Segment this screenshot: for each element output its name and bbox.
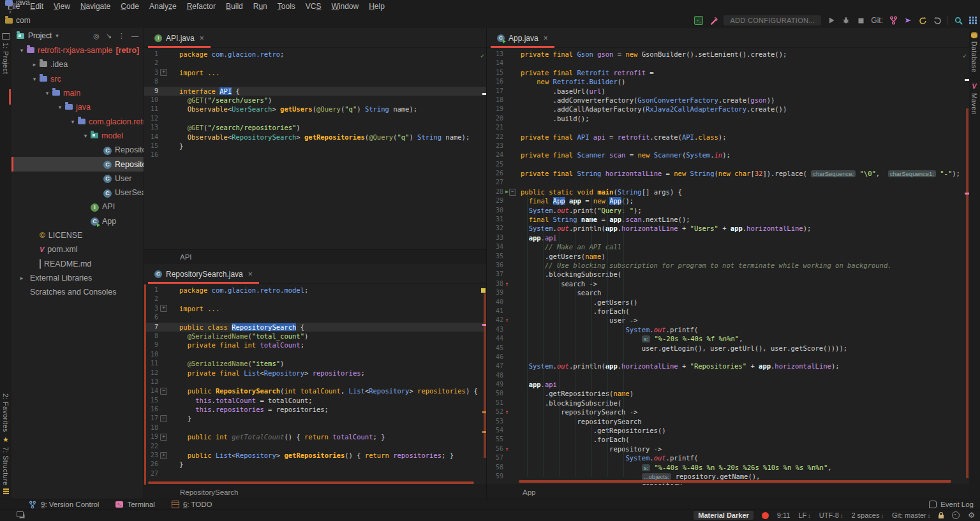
editor-repositorysearch[interactable]: 1package com.glacion.retro.model;23+impo… — [144, 283, 487, 485]
horizontal-scrollbar[interactable] — [519, 480, 951, 483]
encoding-select[interactable]: UTF-8↕ — [819, 511, 843, 519]
tab-close-icon[interactable]: × — [200, 34, 204, 43]
menu-item-vcs[interactable]: VCS — [301, 2, 327, 11]
tool-window-button-versioncontrol[interactable]: 9: Version Control — [28, 500, 99, 509]
lambda-gutter-icon[interactable]: ↑ — [505, 444, 509, 453]
code-line[interactable]: 9 private final int totalCount; — [144, 341, 487, 349]
code-line[interactable]: 17 .baseUrl(url) — [487, 87, 969, 96]
code-line[interactable]: 16 new Retrofit.Builder() — [487, 77, 969, 86]
code-line[interactable]: 3+import ... — [144, 68, 487, 77]
tab-API.java[interactable]: IAPI.java× — [148, 29, 211, 47]
code-line[interactable]: 15} — [144, 142, 487, 150]
code-line[interactable]: 3+import ... — [144, 304, 487, 313]
lambda-gutter-icon[interactable]: ↑ — [505, 407, 509, 416]
menu-item-help[interactable]: Help — [364, 2, 390, 11]
breadcrumb-item-java[interactable]: java — [5, 0, 94, 7]
menu-item-tools[interactable]: Tools — [272, 2, 301, 11]
stripe-label-maven[interactable]: Maven — [970, 93, 978, 115]
structure-icon[interactable] — [3, 488, 9, 494]
tree-chevron[interactable]: ▾ — [43, 90, 51, 96]
stripe-label-structure[interactable]: 7: Structure — [2, 447, 10, 485]
rollback-icon[interactable] — [933, 16, 942, 25]
fold-plus-icon[interactable]: + — [160, 434, 167, 441]
tree-item-External Libraries[interactable]: ▸External Libraries — [11, 271, 144, 285]
editor-app[interactable]: 13private final Gson gson = new GsonBuil… — [487, 47, 969, 485]
theme-status[interactable]: Material Darker — [694, 511, 754, 520]
code-line[interactable]: 16 this.repositories = repositories; — [144, 405, 487, 414]
menu-item-analyze[interactable]: Analyze — [144, 2, 182, 11]
code-line[interactable]: 12 private final List<Repository> reposi… — [144, 369, 487, 378]
tree-chevron[interactable]: ▾ — [31, 76, 38, 82]
wrench-icon[interactable] — [709, 16, 718, 25]
menu-item-run[interactable]: Run — [248, 2, 272, 11]
code-line[interactable]: 15 this.totalCount = totalCount; — [144, 396, 487, 405]
stripe-label-favorites[interactable]: 2: Favorites — [2, 393, 10, 432]
tree-item-Scratches and Consoles[interactable]: Scratches and Consoles — [11, 285, 144, 299]
tree-item-Repository[interactable]: CRepository — [11, 143, 144, 157]
inspections-icon[interactable] — [952, 511, 960, 519]
code-line[interactable]: 22private final API api = retrofit.creat… — [487, 133, 969, 142]
horizontal-scrollbar[interactable] — [148, 481, 474, 484]
lambda-gutter-icon[interactable]: ↑ — [505, 316, 509, 325]
git-branch-select[interactable]: Git: master↕ — [892, 511, 930, 519]
tree-chevron[interactable]: ▸ — [31, 61, 38, 68]
tree-item-main[interactable]: ▾main — [11, 86, 144, 100]
fold-plus-icon[interactable]: + — [160, 305, 167, 312]
code-line[interactable]: 26private final String horizontalLine = … — [487, 169, 969, 178]
code-line[interactable]: 12 — [144, 114, 487, 123]
database-icon[interactable] — [971, 32, 977, 38]
debug-button-icon[interactable] — [842, 16, 850, 25]
tree-chevron[interactable]: ▸ — [18, 275, 26, 281]
tab-close-icon[interactable]: × — [248, 270, 253, 279]
code-line[interactable]: 20 .build(); — [487, 114, 969, 123]
code-line[interactable]: 7public class RepositorySearch { — [144, 323, 487, 332]
tree-item-RepositorySearch[interactable]: CRepositorySearch — [11, 157, 144, 171]
gear-icon[interactable]: ⚙ — [968, 511, 975, 519]
grid-icon[interactable] — [969, 16, 977, 25]
editor-api[interactable]: 1package com.glacion.retro;23+import ...… — [144, 47, 487, 250]
tree-item-User[interactable]: CUser — [11, 172, 144, 186]
tree-item-retrofit-rxjava-sample[interactable]: ▾retrofit-rxjava-sample[retro]~/src/jav — [11, 43, 144, 57]
code-line[interactable]: 23 — [487, 142, 969, 150]
tree-item-API[interactable]: IAPI — [11, 200, 144, 214]
code-line[interactable]: 25 — [487, 160, 969, 169]
code-line[interactable]: 10 — [144, 350, 487, 359]
code-line[interactable]: 2 — [144, 295, 487, 304]
tree-item-model[interactable]: ▾model — [11, 129, 144, 143]
code-line[interactable]: 14− public RepositorySearch(int totalCou… — [144, 386, 487, 395]
editor-breadcrumb[interactable]: App — [487, 485, 969, 499]
tree-item-LICENSE[interactable]: ©LICENSE — [11, 228, 144, 242]
code-line[interactable]: 10 @GET("/search/users") — [144, 96, 487, 105]
collapse-icon[interactable]: ↗ — [105, 33, 113, 38]
run-gutter-icon[interactable]: ▶ — [505, 187, 509, 196]
fold-plus-icon[interactable]: + — [160, 69, 167, 76]
code-line[interactable]: 9interface API { — [144, 87, 487, 96]
tab-App.java[interactable]: CApp.java× — [491, 29, 554, 47]
breadcrumb-item-com[interactable]: com — [5, 16, 94, 25]
tree-item-README.md[interactable]: README.md — [11, 256, 144, 270]
tool-window-button-terminal[interactable]: >_Terminal — [115, 501, 154, 508]
tool-window-button-todo[interactable]: 6: TODO — [172, 501, 212, 508]
code-line[interactable]: 24private final Scanner scan = new Scann… — [487, 150, 969, 159]
event-log-button[interactable]: Event Log — [929, 499, 974, 510]
menu-item-build[interactable]: Build — [221, 2, 248, 11]
code-line[interactable]: 6 — [144, 313, 487, 322]
code-line[interactable]: 14 — [487, 59, 969, 68]
code-line[interactable]: 16 — [144, 150, 487, 159]
fold-plus-icon[interactable]: + — [160, 452, 167, 459]
code-line[interactable]: 1package com.glacion.retro; — [144, 50, 487, 59]
maven-icon[interactable]: V — [972, 82, 976, 90]
fold-minus-icon[interactable]: − — [160, 388, 167, 395]
code-line[interactable]: 18 — [144, 423, 487, 432]
code-line[interactable]: 8 — [144, 77, 487, 86]
tree-chevron[interactable]: ▾ — [56, 104, 64, 110]
tree-chevron[interactable]: ▾ — [82, 133, 89, 139]
code-line[interactable]: 18 .addConverterFactory(GsonConverterFac… — [487, 96, 969, 105]
tree-chevron[interactable]: ▾ — [69, 119, 77, 125]
line-ending-select[interactable]: LF↕ — [798, 511, 810, 519]
hide-panel-icon[interactable]: — — [131, 32, 138, 40]
git-push-icon[interactable] — [903, 16, 912, 25]
run-button-icon[interactable] — [827, 16, 836, 25]
chevron-down-icon[interactable]: ▾ — [56, 33, 59, 39]
stop-button-icon[interactable] — [856, 16, 865, 25]
